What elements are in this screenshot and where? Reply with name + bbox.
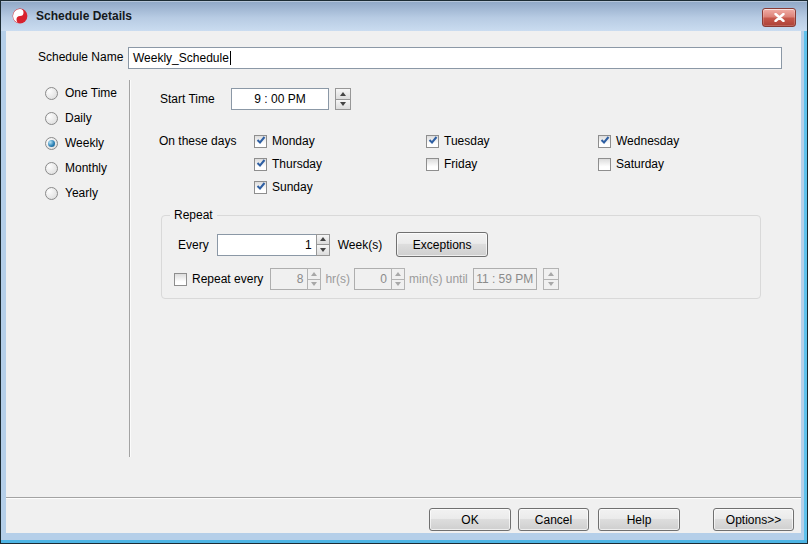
day-checkbox-friday[interactable]: Friday: [426, 156, 477, 172]
vertical-divider: [129, 80, 130, 457]
frame-accent-right: [804, 31, 807, 543]
spin-down-button[interactable]: [316, 244, 330, 256]
arrow-up-icon: [320, 237, 326, 241]
exceptions-button[interactable]: Exceptions: [396, 232, 488, 257]
repeat-every-checkbox[interactable]: [174, 273, 187, 286]
until-time-input: 11 : 59 PM: [473, 268, 537, 290]
start-time-input[interactable]: 9 : 00 PM: [231, 88, 329, 110]
help-button[interactable]: Help: [598, 508, 680, 531]
day-label: Sunday: [272, 180, 313, 194]
frame-accent-bottom: [1, 540, 807, 543]
repeat-sub-row: Repeat every 8 hr(s) 0: [174, 268, 559, 290]
checkbox-icon: [426, 158, 439, 171]
minutes-input: 0: [354, 268, 392, 290]
radio-daily[interactable]: Daily: [45, 110, 92, 126]
spin-down-button: [543, 279, 559, 291]
weeks-unit-label: Week(s): [338, 238, 382, 252]
day-checkbox-wednesday[interactable]: Wednesday: [598, 133, 679, 149]
check-icon: [600, 134, 610, 148]
spin-down-button: [391, 279, 405, 291]
start-time-label: Start Time: [160, 91, 215, 107]
week-spinner: [316, 234, 330, 256]
every-input[interactable]: 1: [217, 234, 317, 256]
check-icon: [256, 180, 266, 194]
checkbox-icon: [254, 181, 267, 194]
check-icon: [256, 157, 266, 171]
radio-monthly[interactable]: Monthly: [45, 160, 107, 176]
schedule-name-label: Schedule Name: [38, 49, 123, 65]
radio-label: Weekly: [65, 136, 104, 150]
radio-icon: [45, 112, 58, 125]
arrow-down-icon: [320, 248, 326, 252]
checkbox-icon: [254, 135, 267, 148]
schedule-name-input[interactable]: Weekly_Schedule: [128, 47, 782, 69]
checkbox-icon: [254, 158, 267, 171]
dialog-client-area: Schedule Name Weekly_Schedule One Time D…: [6, 31, 801, 533]
text-caret: [230, 51, 231, 65]
until-time-value: 11 : 59 PM: [476, 272, 533, 286]
schedule-details-dialog: Schedule Details Schedule Name Weekly_Sc…: [0, 0, 808, 544]
arrow-up-icon: [395, 272, 401, 276]
window-title: Schedule Details: [36, 9, 132, 23]
checkbox-icon: [426, 135, 439, 148]
day-checkbox-saturday[interactable]: Saturday: [598, 156, 664, 172]
radio-yearly[interactable]: Yearly: [45, 185, 98, 201]
on-these-days-label: On these days: [159, 133, 236, 149]
radio-label: One Time: [65, 86, 117, 100]
radio-label: Daily: [65, 111, 92, 125]
arrow-down-icon: [340, 102, 346, 106]
day-label: Wednesday: [616, 134, 679, 148]
repeat-group-label: Repeat: [170, 208, 217, 223]
radio-icon: [45, 162, 58, 175]
hours-input: 8: [270, 268, 308, 290]
day-checkbox-monday[interactable]: Monday: [254, 133, 315, 149]
arrow-down-icon: [395, 282, 401, 286]
check-icon: [428, 134, 438, 148]
arrow-up-icon: [340, 92, 346, 96]
arrow-up-icon: [311, 272, 317, 276]
day-label: Thursday: [272, 157, 322, 171]
checkbox-icon: [598, 158, 611, 171]
day-label: Friday: [444, 157, 477, 171]
arrow-down-icon: [311, 282, 317, 286]
spin-down-button: [307, 279, 321, 291]
hours-unit-label: hr(s): [325, 272, 350, 286]
spin-down-button[interactable]: [335, 99, 351, 111]
day-checkbox-thursday[interactable]: Thursday: [254, 156, 322, 172]
every-label: Every: [178, 238, 209, 252]
radio-label: Yearly: [65, 186, 98, 200]
hours-value: 8: [297, 272, 304, 286]
arrow-down-icon: [548, 282, 554, 286]
day-checkbox-tuesday[interactable]: Tuesday: [426, 133, 490, 149]
repeat-groupbox: Repeat Every 1 Week(s) Exceptions Repeat: [161, 215, 761, 299]
minutes-spinner: [391, 268, 405, 290]
day-label: Saturday: [616, 157, 664, 171]
until-time-spinner: [543, 268, 559, 290]
close-icon: [774, 13, 785, 22]
start-time-spinner: [335, 88, 351, 110]
radio-weekly[interactable]: Weekly: [45, 135, 104, 151]
cancel-button[interactable]: Cancel: [518, 508, 589, 531]
footer-separator: [6, 497, 801, 498]
start-time-value: 9 : 00 PM: [254, 92, 305, 106]
hours-spinner: [307, 268, 321, 290]
radio-icon: [45, 137, 58, 150]
arrow-up-icon: [548, 272, 554, 276]
repeat-interval-row: Every 1 Week(s) Exceptions: [178, 232, 488, 257]
radio-icon: [45, 87, 58, 100]
day-label: Tuesday: [444, 134, 490, 148]
ok-button[interactable]: OK: [429, 508, 511, 531]
titlebar: Schedule Details: [1, 1, 807, 31]
comodo-swirl-icon: [12, 8, 28, 24]
repeat-every-label: Repeat every: [192, 272, 263, 286]
every-value: 1: [305, 238, 312, 252]
radio-label: Monthly: [65, 161, 107, 175]
close-button[interactable]: [762, 8, 796, 27]
radio-one-time[interactable]: One Time: [45, 85, 117, 101]
schedule-name-value: Weekly_Schedule: [133, 51, 229, 65]
day-label: Monday: [272, 134, 315, 148]
check-icon: [256, 134, 266, 148]
options-button[interactable]: Options>>: [713, 508, 794, 531]
radio-icon: [45, 187, 58, 200]
day-checkbox-sunday[interactable]: Sunday: [254, 179, 313, 195]
